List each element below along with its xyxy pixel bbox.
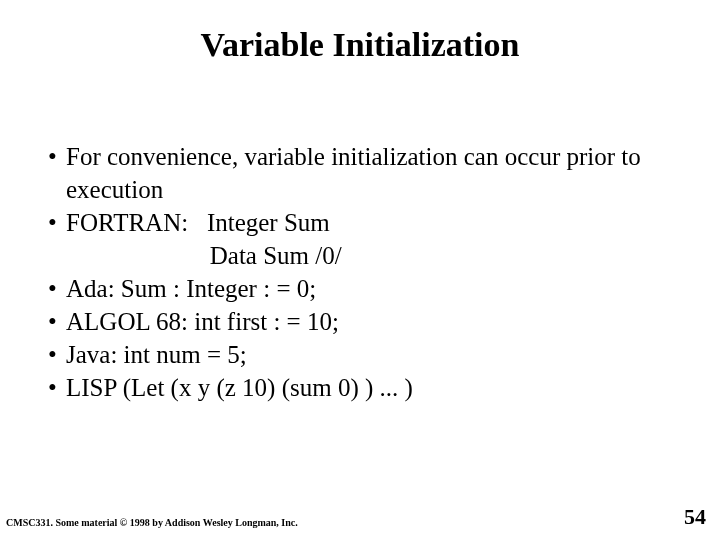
bullet-text: FORTRAN: Integer Sum bbox=[66, 206, 672, 239]
bullet-item: • Java: int num = 5; bbox=[48, 338, 672, 371]
bullet-text: LISP (Let (x y (z 10) (sum 0) ) ... ) bbox=[66, 371, 672, 404]
bullet-text: Ada: Sum : Integer : = 0; bbox=[66, 272, 672, 305]
bullet-text: ALGOL 68: int first : = 10; bbox=[66, 305, 672, 338]
bullet-mark: • bbox=[48, 206, 66, 239]
bullet-item: • FORTRAN: Integer Sum bbox=[48, 206, 672, 239]
bullet-item: • For convenience, variable initializati… bbox=[48, 140, 672, 206]
bullet-mark: • bbox=[48, 140, 66, 206]
bullet-text: Java: int num = 5; bbox=[66, 338, 672, 371]
bullet-mark: • bbox=[48, 371, 66, 404]
bullet-continuation: Data Sum /0/ bbox=[48, 239, 672, 272]
bullet-list: • For convenience, variable initializati… bbox=[48, 140, 672, 404]
bullet-item: • LISP (Let (x y (z 10) (sum 0) ) ... ) bbox=[48, 371, 672, 404]
bullet-text: For convenience, variable initialization… bbox=[66, 140, 672, 206]
bullet-mark: • bbox=[48, 338, 66, 371]
bullet-item: • Ada: Sum : Integer : = 0; bbox=[48, 272, 672, 305]
bullet-mark: • bbox=[48, 272, 66, 305]
footer-copyright: CMSC331. Some material © 1998 by Addison… bbox=[6, 517, 298, 528]
bullet-mark: • bbox=[48, 305, 66, 338]
bullet-text: Data Sum /0/ bbox=[66, 239, 672, 272]
slide-title: Variable Initialization bbox=[0, 26, 720, 64]
slide: Variable Initialization • For convenienc… bbox=[0, 0, 720, 540]
page-number: 54 bbox=[684, 504, 706, 530]
bullet-item: • ALGOL 68: int first : = 10; bbox=[48, 305, 672, 338]
